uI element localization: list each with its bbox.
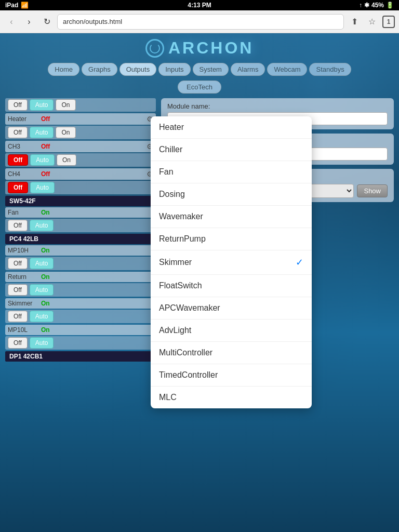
logo-area: ARCHON: [0, 33, 399, 60]
ch4-extra-off-btn[interactable]: Off: [8, 182, 28, 193]
nav-ecotech[interactable]: EcoTech: [178, 81, 221, 94]
mp10h-status: On: [41, 247, 50, 254]
skimmer-status: On: [41, 300, 50, 307]
return-off-btn[interactable]: Off: [8, 284, 28, 296]
ch4-channel-row: CH4 Off ⚙: [5, 168, 156, 180]
show-button[interactable]: Show: [357, 184, 388, 197]
carrier-label: iPad: [5, 2, 18, 9]
forward-button[interactable]: ›: [22, 15, 36, 29]
dropdown-item-multicontroller[interactable]: MultiController: [151, 342, 312, 364]
ch3-off-btn[interactable]: Off: [8, 127, 28, 138]
dropdown-item-wavemaker[interactable]: Wavemaker: [151, 206, 312, 228]
heater-auto-btn[interactable]: Auto: [30, 99, 54, 111]
bluetooth-icon: ✱: [364, 2, 369, 9]
dropdown-item-fan[interactable]: Fan: [151, 161, 312, 183]
fan-status: On: [41, 209, 50, 216]
function-dropdown[interactable]: Heater Chiller Fan Dosing Wavemaker Retu…: [151, 116, 312, 408]
nav-standbys[interactable]: Standbys: [309, 63, 351, 76]
mp10h-name: MP10H: [8, 247, 39, 254]
heater-off-btn[interactable]: Off: [8, 99, 28, 111]
mp10l-channel-row: MP10L On: [5, 325, 156, 335]
url-bar[interactable]: archon/outputs.html: [57, 14, 344, 30]
nav-alarms[interactable]: Alarms: [231, 63, 265, 76]
heater-name: Heater: [8, 115, 39, 123]
location-icon: ↑: [359, 2, 362, 9]
skimmer-channel-row: Skimmer On: [5, 298, 156, 309]
ch3-btn-row: Off Auto On: [5, 126, 156, 139]
dropdown-item-dosing[interactable]: Dosing: [151, 183, 312, 206]
fan-channel-row: Fan On: [5, 207, 156, 218]
reload-button[interactable]: ↻: [39, 15, 54, 29]
ch3-channel-row: CH3 Off ⚙: [5, 141, 156, 152]
mp10l-btn-row: Off Auto: [5, 336, 156, 350]
skimmer-auto-btn[interactable]: Auto: [30, 311, 54, 322]
ch4-btn-row: Off Auto On: [5, 153, 156, 167]
ch4-off-btn[interactable]: Off: [8, 154, 28, 166]
dropdown-label-chiller: Chiller: [159, 145, 182, 154]
ch4-status: Off: [41, 170, 50, 178]
dropdown-item-returnpump[interactable]: ReturnPump: [151, 228, 312, 250]
mp10h-btn-row: Off Auto: [5, 257, 156, 270]
mp10h-off-btn[interactable]: Off: [8, 258, 28, 269]
back-button[interactable]: ‹: [4, 15, 19, 29]
bookmark-button[interactable]: ☆: [365, 15, 379, 29]
mp10h-auto-btn[interactable]: Auto: [30, 258, 54, 269]
dropdown-item-mlc[interactable]: MLC: [151, 387, 312, 408]
time-display: 4:13 PM: [188, 2, 211, 9]
skimmer-off-btn[interactable]: Off: [8, 311, 28, 322]
return-channel-row: Return On: [5, 272, 156, 282]
mp10l-name: MP10L: [8, 326, 39, 334]
return-status: On: [41, 273, 50, 281]
nav-outputs[interactable]: Outputs: [119, 63, 157, 76]
ch4-extra-auto-btn[interactable]: Auto: [30, 182, 55, 193]
heater-channel-row: Heater Off ⚙: [5, 113, 156, 125]
return-btn-row: Off Auto: [5, 283, 156, 297]
ch3-on-btn[interactable]: On: [56, 127, 75, 138]
dp1-section-header: DP1 42CB1: [5, 351, 156, 362]
dropdown-label-apcwavemaker: APCWavemaker: [159, 303, 220, 313]
fan-auto-btn[interactable]: Auto: [30, 220, 54, 231]
ch4-on-btn[interactable]: On: [57, 154, 76, 166]
dropdown-item-advlight[interactable]: AdvLight: [151, 320, 312, 342]
nav-webcam[interactable]: Webcam: [267, 63, 307, 76]
heater-on-btn[interactable]: On: [56, 99, 75, 111]
wifi-icon: 📶: [21, 2, 29, 9]
dropdown-label-fan: Fan: [159, 167, 174, 177]
pc4-section-header: PC4 42LB: [5, 234, 156, 244]
heater-status: Off: [41, 115, 50, 123]
dropdown-item-timedcontroller[interactable]: TimedController: [151, 364, 312, 387]
return-auto-btn[interactable]: Auto: [30, 284, 54, 296]
mp10l-status: On: [41, 326, 50, 334]
mp10l-off-btn[interactable]: Off: [8, 337, 28, 349]
share-button[interactable]: ⬆: [347, 15, 362, 29]
page-content: ARCHON Home Graphs Outputs Inputs System…: [0, 33, 399, 532]
dropdown-item-heater[interactable]: Heater: [151, 116, 312, 139]
fan-off-btn[interactable]: Off: [8, 220, 28, 231]
mp10l-auto-btn[interactable]: Auto: [30, 337, 54, 349]
nav-system[interactable]: System: [193, 63, 229, 76]
tab-count[interactable]: 1: [382, 16, 395, 28]
dropdown-item-apcwavemaker[interactable]: APCWavemaker: [151, 297, 312, 320]
mp10h-channel-row: MP10H On: [5, 245, 156, 256]
dropdown-item-skimmer[interactable]: Skimmer ✓: [151, 250, 312, 275]
ch4-name: CH4: [8, 170, 39, 178]
sw5-section-header: SW5-42F: [5, 196, 156, 206]
nav-graphs[interactable]: Graphs: [82, 63, 117, 76]
dropdown-label-mlc: MLC: [159, 393, 177, 402]
dropdown-label-returnpump: ReturnPump: [159, 234, 206, 244]
status-bar: iPad 📶 4:13 PM ↑ ✱ 45% 🔋: [0, 0, 399, 10]
nav-inputs[interactable]: Inputs: [158, 63, 190, 76]
dropdown-item-floatswitch[interactable]: FloatSwitch: [151, 275, 312, 297]
dropdown-label-dosing: Dosing: [159, 190, 185, 199]
ch4-auto-btn[interactable]: Auto: [30, 154, 55, 166]
dropdown-label-heater: Heater: [159, 123, 184, 132]
ch3-name: CH3: [8, 143, 39, 150]
nav-bar: Home Graphs Outputs Inputs System Alarms…: [0, 60, 399, 78]
nav-home[interactable]: Home: [48, 63, 79, 76]
module-name-label: Module name:: [167, 102, 388, 110]
dropdown-label-advlight: AdvLight: [159, 326, 191, 335]
dropdown-item-chiller[interactable]: Chiller: [151, 139, 312, 161]
logo-text: ARCHON: [168, 38, 254, 57]
fan-btn-row: Off Auto: [5, 219, 156, 232]
ch3-auto-btn[interactable]: Auto: [30, 127, 54, 138]
